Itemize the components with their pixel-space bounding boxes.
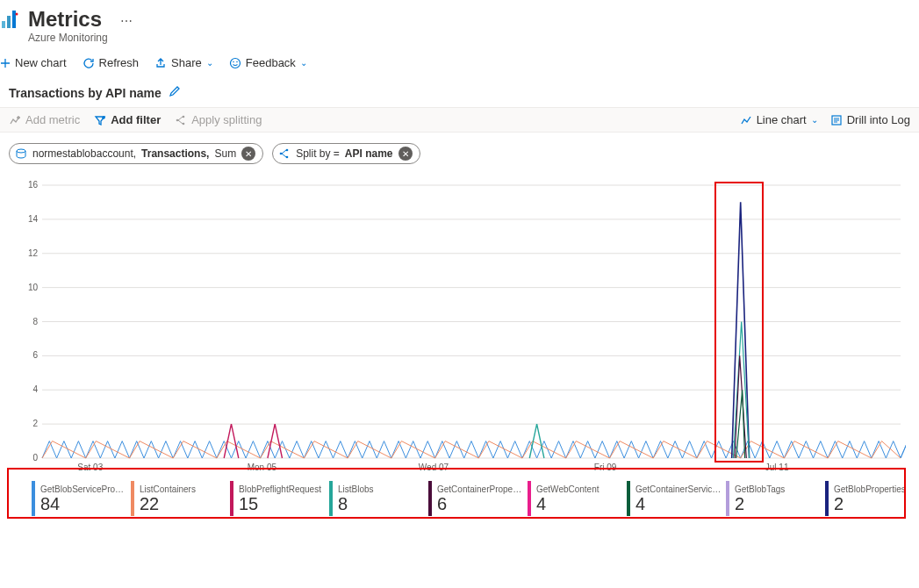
svg-point-4 bbox=[230, 58, 240, 68]
chevron-down-icon: ⌄ bbox=[811, 115, 818, 125]
chart-type-label: Line chart bbox=[757, 113, 807, 126]
svg-text:4: 4 bbox=[32, 384, 38, 394]
chart-toolbar: Add metric Add filter Apply splitting Li… bbox=[0, 107, 919, 133]
svg-text:Wed 07: Wed 07 bbox=[419, 463, 449, 472]
metric-scope: normestablobaccount, bbox=[32, 147, 136, 160]
split-pill[interactable]: Split by = API name ✕ bbox=[272, 143, 420, 164]
legend-label: ListBlobs bbox=[338, 484, 374, 494]
legend-item[interactable]: GetBlobTags 2 bbox=[726, 481, 825, 516]
new-chart-button[interactable]: New chart bbox=[0, 56, 67, 69]
page-title: Metrics bbox=[28, 7, 108, 32]
new-chart-label: New chart bbox=[15, 56, 67, 69]
chart-title-row: Transactions by API name bbox=[0, 78, 919, 107]
legend-item[interactable]: GetContainerServiceM... 4 bbox=[627, 481, 726, 516]
svg-text:6: 6 bbox=[32, 350, 38, 360]
svg-point-12 bbox=[280, 153, 283, 155]
svg-rect-2 bbox=[12, 11, 16, 28]
svg-point-11 bbox=[17, 149, 25, 153]
legend-color-bar bbox=[825, 481, 829, 516]
legend-value: 6 bbox=[437, 494, 523, 513]
more-icon[interactable]: ⋯ bbox=[120, 14, 133, 28]
svg-text:Sat 03: Sat 03 bbox=[77, 463, 103, 472]
refresh-label: Refresh bbox=[99, 56, 140, 69]
svg-point-7 bbox=[176, 118, 179, 121]
legend-color-bar bbox=[230, 481, 233, 516]
share-button[interactable]: Share ⌄ bbox=[154, 56, 213, 69]
add-metric-label: Add metric bbox=[25, 113, 80, 126]
split-prefix: Split by = bbox=[296, 147, 340, 160]
chevron-down-icon: ⌄ bbox=[300, 58, 307, 68]
svg-text:Jul 11: Jul 11 bbox=[765, 463, 789, 472]
chart-type-button[interactable]: Line chart ⌄ bbox=[740, 113, 818, 126]
smiley-icon bbox=[229, 57, 241, 69]
close-icon[interactable]: ✕ bbox=[398, 147, 413, 161]
svg-text:8: 8 bbox=[32, 317, 38, 326]
legend-item[interactable]: ListContainers 22 bbox=[131, 481, 230, 516]
drill-logs-button[interactable]: Drill into Log bbox=[830, 113, 910, 126]
add-filter-label: Add filter bbox=[111, 113, 161, 126]
feedback-button[interactable]: Feedback ⌄ bbox=[229, 56, 307, 69]
feedback-label: Feedback bbox=[246, 56, 296, 69]
metric-pill[interactable]: normestablobaccount, Transactions, Sum ✕ bbox=[9, 143, 263, 164]
svg-point-8 bbox=[183, 115, 185, 118]
svg-text:14: 14 bbox=[28, 214, 39, 224]
legend-color-bar bbox=[131, 481, 134, 516]
apply-splitting-button[interactable]: Apply splitting bbox=[175, 113, 262, 126]
refresh-button[interactable]: Refresh bbox=[83, 56, 140, 69]
svg-text:16: 16 bbox=[28, 180, 39, 190]
svg-point-9 bbox=[183, 122, 185, 125]
legend-color-bar bbox=[32, 481, 35, 516]
drill-logs-label: Drill into Log bbox=[847, 113, 910, 126]
legend-color-bar bbox=[329, 481, 333, 516]
add-filter-button[interactable]: Add filter bbox=[94, 113, 161, 126]
chevron-down-icon: ⌄ bbox=[206, 58, 213, 68]
share-label: Share bbox=[171, 56, 202, 69]
legend-label: GetBlobProperties bbox=[834, 484, 906, 494]
filter-pills: normestablobaccount, Transactions, Sum ✕… bbox=[0, 133, 919, 171]
svg-text:Mon 05: Mon 05 bbox=[248, 463, 277, 472]
legend-value: 4 bbox=[536, 494, 600, 513]
legend-value: 2 bbox=[735, 494, 785, 513]
svg-text:10: 10 bbox=[28, 283, 39, 292]
page-header: Metrics Azure Monitoring ⋯ bbox=[0, 0, 919, 47]
legend-value: 2 bbox=[834, 494, 906, 513]
legend-label: GetBlobServiceProper... bbox=[40, 484, 126, 494]
chart-title: Transactions by API name bbox=[9, 86, 162, 100]
legend-label: ListContainers bbox=[140, 484, 196, 494]
line-chart[interactable]: 0246810121416Sat 03Mon 05Wed 07Fri 09Jul… bbox=[19, 180, 906, 474]
legend-item[interactable]: ListBlobs 8 bbox=[329, 481, 428, 516]
legend-color-bar bbox=[627, 481, 630, 516]
legend-color-bar bbox=[528, 481, 531, 516]
apply-splitting-label: Apply splitting bbox=[191, 113, 262, 126]
add-metric-button[interactable]: Add metric bbox=[9, 113, 80, 126]
chart-area: 0246810121416Sat 03Mon 05Wed 07Fri 09Jul… bbox=[0, 171, 919, 527]
legend-item[interactable]: BlobPreflightRequest 15 bbox=[230, 481, 329, 516]
svg-rect-1 bbox=[7, 16, 11, 28]
legend-value: 8 bbox=[338, 494, 374, 513]
edit-icon[interactable] bbox=[169, 85, 181, 100]
legend-item[interactable]: GetWebContent 4 bbox=[528, 481, 627, 516]
legend-value: 22 bbox=[140, 494, 196, 513]
legend-item[interactable]: GetBlobServiceProper... 84 bbox=[32, 481, 131, 516]
legend-value: 4 bbox=[635, 494, 722, 513]
svg-rect-0 bbox=[2, 21, 5, 28]
svg-point-13 bbox=[286, 149, 289, 152]
legend-color-bar bbox=[726, 481, 729, 516]
command-bar: New chart Refresh Share ⌄ Feedback ⌄ bbox=[0, 47, 919, 78]
split-icon bbox=[278, 147, 291, 160]
svg-point-14 bbox=[286, 156, 289, 159]
page-subtitle: Azure Monitoring bbox=[28, 32, 108, 44]
plus-icon bbox=[0, 58, 11, 68]
close-icon[interactable]: ✕ bbox=[241, 147, 255, 161]
metric-agg: Sum bbox=[214, 147, 236, 160]
metrics-icon bbox=[0, 9, 21, 32]
legend-value: 15 bbox=[239, 494, 321, 513]
legend-label: GetContainerProperties bbox=[437, 484, 523, 494]
resource-icon bbox=[15, 147, 27, 160]
legend-item[interactable]: GetBlobProperties 2 bbox=[825, 481, 919, 516]
legend-color-bar bbox=[428, 481, 432, 516]
legend-label: GetContainerServiceM... bbox=[635, 484, 722, 494]
legend-value: 84 bbox=[40, 494, 126, 513]
legend-label: GetBlobTags bbox=[735, 484, 785, 494]
legend-item[interactable]: GetContainerProperties 6 bbox=[428, 481, 528, 516]
